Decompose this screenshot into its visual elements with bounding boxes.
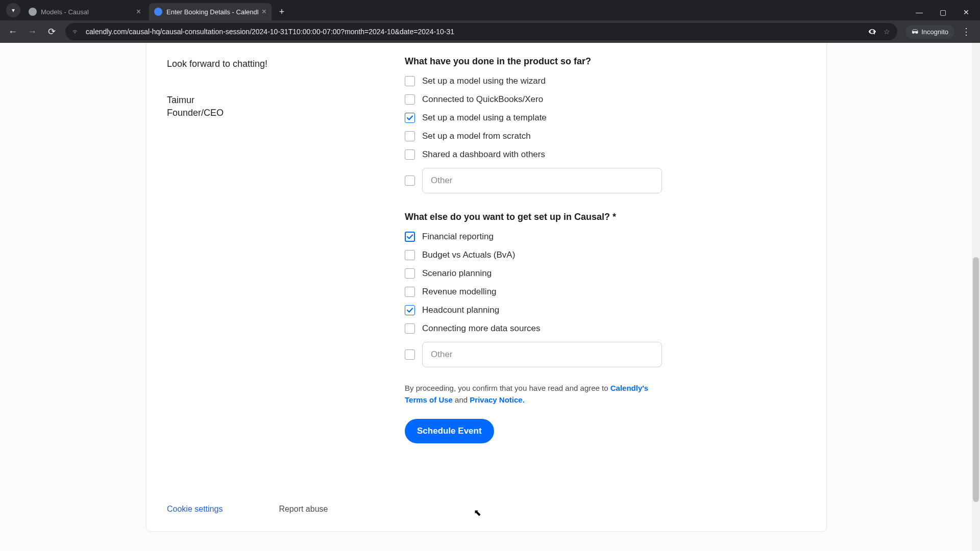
close-icon[interactable]: × bbox=[262, 7, 266, 16]
q1-option-quickbooks[interactable]: Connected to QuickBooks/Xero bbox=[405, 94, 691, 105]
card-footer-links: Cookie settings Report abuse bbox=[167, 505, 371, 514]
checkbox[interactable] bbox=[405, 232, 415, 242]
checkbox[interactable] bbox=[405, 131, 415, 141]
signature-title: Founder/CEO bbox=[167, 108, 371, 118]
tab-models-causal[interactable]: Models - Causal × bbox=[23, 3, 146, 20]
close-icon[interactable]: × bbox=[136, 7, 141, 16]
cookie-settings-link[interactable]: Cookie settings bbox=[167, 505, 223, 514]
tab-search-button[interactable]: ▾ bbox=[6, 3, 20, 17]
back-button[interactable]: ← bbox=[4, 23, 21, 40]
url-text: calendly.com/causal-hq/causal-consultati… bbox=[86, 28, 868, 36]
incognito-icon: 🕶 bbox=[912, 28, 918, 36]
close-window-button[interactable]: ✕ bbox=[954, 4, 978, 20]
option-label: Headcount planning bbox=[422, 305, 499, 315]
event-summary: Look forward to chatting! Taimur Founder… bbox=[167, 57, 371, 118]
option-label: Connected to QuickBooks/Xero bbox=[422, 94, 543, 105]
q2-option-revenue-modelling[interactable]: Revenue modelling bbox=[405, 287, 691, 297]
checkbox[interactable] bbox=[405, 268, 415, 279]
option-label: Budget vs Actuals (BvA) bbox=[422, 250, 515, 260]
signature-name: Taimur bbox=[167, 95, 371, 106]
forward-button[interactable]: → bbox=[23, 23, 41, 40]
option-label: Revenue modelling bbox=[422, 287, 497, 297]
q2-option-scenario-planning[interactable]: Scenario planning bbox=[405, 268, 691, 279]
checkbox[interactable] bbox=[405, 176, 415, 186]
option-label: Set up a model from scratch bbox=[422, 131, 531, 141]
q1-option-template[interactable]: Set up a model using a template bbox=[405, 113, 691, 123]
legal-text: By proceeding, you confirm that you have… bbox=[405, 383, 670, 406]
question-1-label: What have you done in the product so far… bbox=[405, 56, 691, 67]
option-label: Set up a model using a template bbox=[422, 113, 547, 123]
tab-strip: ▾ Models - Causal × Enter Booking Detail… bbox=[0, 0, 980, 20]
bookmark-icon[interactable]: ☆ bbox=[884, 28, 890, 36]
option-label: Set up a model using the wizard bbox=[422, 76, 546, 86]
eye-off-icon[interactable]: 👁‍🗨 bbox=[868, 28, 876, 36]
checkbox[interactable] bbox=[405, 149, 415, 160]
tab-calendly-booking[interactable]: Enter Booking Details - Calendl × bbox=[149, 3, 272, 20]
report-abuse-link[interactable]: Report abuse bbox=[279, 505, 328, 514]
option-label: Connecting more data sources bbox=[422, 323, 541, 334]
reload-button[interactable]: ⟳ bbox=[43, 23, 60, 40]
scroll-thumb[interactable] bbox=[973, 257, 979, 502]
tab-title: Enter Booking Details - Calendl bbox=[166, 8, 259, 16]
incognito-indicator[interactable]: 🕶 Incognito bbox=[905, 25, 954, 39]
q1-option-shared-dashboard[interactable]: Shared a dashboard with others bbox=[405, 149, 691, 160]
option-label: Financial reporting bbox=[422, 232, 494, 242]
checkbox[interactable] bbox=[405, 287, 415, 297]
checkbox[interactable] bbox=[405, 76, 415, 86]
site-info-icon[interactable]: ᯤ bbox=[72, 28, 80, 36]
q2-other-input[interactable] bbox=[422, 342, 662, 367]
question-2-label: What else do you want to get set up in C… bbox=[405, 212, 691, 222]
checkbox[interactable] bbox=[405, 94, 415, 105]
q2-option-financial-reporting[interactable]: Financial reporting bbox=[405, 232, 691, 242]
booking-card: Look forward to chatting! Taimur Founder… bbox=[146, 43, 827, 532]
browser-toolbar: ← → ⟳ ᯤ calendly.com/causal-hq/causal-co… bbox=[0, 20, 980, 43]
address-bar[interactable]: ᯤ calendly.com/causal-hq/causal-consulta… bbox=[65, 23, 897, 40]
checkbox[interactable] bbox=[405, 323, 415, 334]
q2-option-bva[interactable]: Budget vs Actuals (BvA) bbox=[405, 250, 691, 260]
legal-and: and bbox=[455, 395, 470, 404]
q2-option-data-sources[interactable]: Connecting more data sources bbox=[405, 323, 691, 334]
window-controls: ― ▢ ✕ bbox=[908, 4, 980, 20]
option-label: Scenario planning bbox=[422, 268, 492, 279]
privacy-link[interactable]: Privacy Notice. bbox=[470, 395, 525, 404]
browser-menu-button[interactable]: ⋮ bbox=[957, 26, 976, 37]
favicon-icon bbox=[154, 8, 162, 16]
maximize-button[interactable]: ▢ bbox=[931, 4, 954, 20]
checkbox[interactable] bbox=[405, 113, 415, 123]
minimize-button[interactable]: ― bbox=[908, 4, 931, 20]
q1-option-scratch[interactable]: Set up a model from scratch bbox=[405, 131, 691, 141]
schedule-event-button[interactable]: Schedule Event bbox=[405, 419, 494, 443]
new-tab-button[interactable]: + bbox=[275, 5, 289, 19]
vertical-scrollbar[interactable] bbox=[972, 43, 980, 551]
q2-option-headcount-planning[interactable]: Headcount planning bbox=[405, 305, 691, 315]
checkbox[interactable] bbox=[405, 349, 415, 360]
incognito-label: Incognito bbox=[921, 28, 948, 36]
q1-other-input[interactable] bbox=[422, 168, 662, 193]
booking-form: What have you done in the product so far… bbox=[405, 56, 691, 443]
checkbox[interactable] bbox=[405, 305, 415, 315]
intro-text: Look forward to chatting! bbox=[167, 57, 371, 70]
page-viewport: Look forward to chatting! Taimur Founder… bbox=[0, 43, 980, 551]
question-2-text: What else do you want to get set up in C… bbox=[405, 212, 616, 222]
q2-option-other[interactable] bbox=[405, 342, 691, 367]
checkbox[interactable] bbox=[405, 250, 415, 260]
favicon-icon bbox=[29, 8, 37, 16]
tab-title: Models - Causal bbox=[41, 8, 133, 16]
option-label: Shared a dashboard with others bbox=[422, 149, 545, 160]
legal-prefix: By proceeding, you confirm that you have… bbox=[405, 384, 610, 392]
q1-option-other[interactable] bbox=[405, 168, 691, 193]
q1-option-wizard[interactable]: Set up a model using the wizard bbox=[405, 76, 691, 86]
